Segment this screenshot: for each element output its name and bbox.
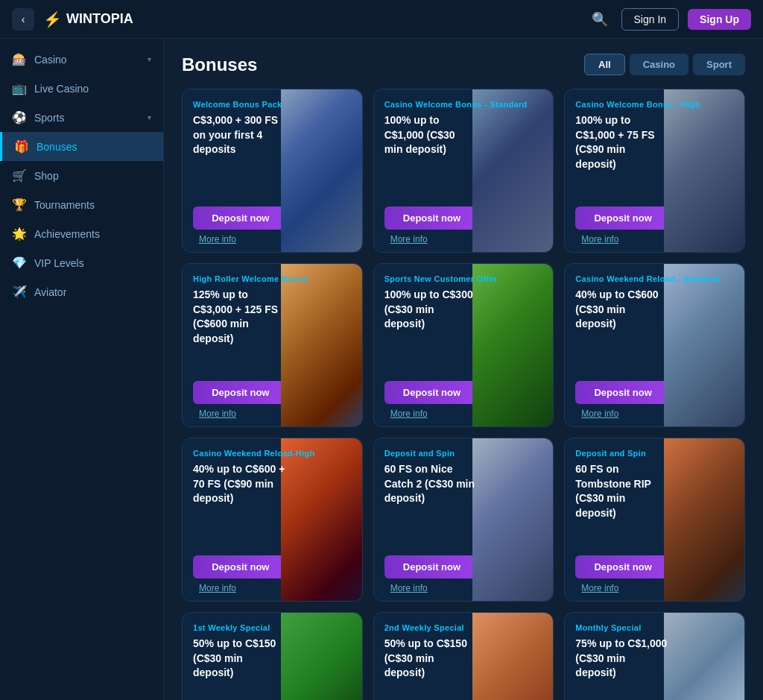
more-info-link[interactable]: More info [390, 234, 428, 245]
sidebar-sports-arrow-icon: ▾ [148, 113, 151, 122]
filter-tab-all[interactable]: All [584, 54, 625, 75]
bonus-card-inner: Casino Welcome Bonus - Standard 100% up … [374, 89, 554, 201]
sidebar-bonuses-label: Bonuses [37, 141, 151, 153]
logo-icon: ⚡ [43, 10, 62, 28]
sidebar-item-live-casino[interactable]: 📺 Live Casino [0, 74, 163, 103]
bonus-card-desc: 100% up to C$300 (C$30 min deposit) [384, 288, 476, 339]
main-content: Bonuses AllCasinoSport Welcome Bonus Pac… [164, 39, 763, 700]
sidebar: 🎰 Casino ▾ 📺 Live Casino ⚽ Sports ▾ 🎁 Bo… [0, 39, 164, 700]
bonus-card-desc: 60 FS on Tombstone RIP (C$30 min deposit… [575, 462, 667, 528]
sidebar-casino-arrow-icon: ▾ [148, 55, 151, 63]
bonus-card-inner: Casino Welcome Bonus - High 100% up to C… [565, 89, 744, 201]
bonus-card-name: High Roller Welcome Bonus [193, 274, 352, 283]
bonus-card: Casino Welcome Bonus - High 100% up to C… [564, 89, 745, 253]
sidebar-sports-label: Sports [34, 112, 140, 124]
sidebar-shop-icon: 🛒 [12, 168, 27, 183]
deposit-button[interactable]: Deposit now [193, 381, 288, 404]
bonus-card-inner: High Roller Welcome Bonus 125% up to C$3… [183, 264, 362, 375]
bonus-card-name: Sports New Customer Offer [384, 274, 543, 283]
deposit-button[interactable]: Deposit now [575, 555, 671, 578]
header: ‹ ⚡ WINTOPIA 🔍 Sign In Sign Up [0, 0, 763, 39]
main-layout: 🎰 Casino ▾ 📺 Live Casino ⚽ Sports ▾ 🎁 Bo… [0, 39, 763, 700]
page-title: Bonuses [182, 54, 257, 75]
sidebar-item-shop[interactable]: 🛒 Shop [0, 161, 163, 190]
sidebar-item-aviator[interactable]: ✈️ Aviator [0, 277, 163, 306]
bonus-card-inner: Casino Weekend Reload - Standard 40% up … [565, 264, 744, 375]
filter-tab-sport[interactable]: Sport [693, 54, 745, 75]
sidebar-aviator-label: Aviator [34, 286, 151, 298]
bonus-card-desc: 40% up to C$600 (C$30 min deposit) [575, 288, 667, 339]
more-info-link[interactable]: More info [581, 409, 618, 419]
deposit-button[interactable]: Deposit now [193, 555, 288, 578]
deposit-button[interactable]: Deposit now [193, 206, 288, 230]
bonus-card-desc: 50% up to C$150 (C$30 min deposit) [193, 637, 285, 688]
bonus-card-inner: Welcome Bonus Pack C$3,000 + 300 FS on y… [183, 89, 362, 201]
bonus-card-name: Deposit and Spin [575, 449, 734, 458]
bonus-card-inner: Deposit and Spin 60 FS on Nice Catch 2 (… [374, 438, 554, 549]
bonuses-grid: Welcome Bonus Pack C$3,000 + 300 FS on y… [182, 89, 745, 700]
more-info-link[interactable]: More info [390, 583, 428, 593]
sidebar-item-casino[interactable]: 🎰 Casino ▾ [0, 45, 163, 74]
sidebar-shop-label: Shop [34, 170, 151, 182]
sidebar-nav: 🎰 Casino ▾ 📺 Live Casino ⚽ Sports ▾ 🎁 Bo… [0, 45, 163, 700]
deposit-button[interactable]: Deposit now [575, 206, 671, 230]
bonus-card-inner: Monthly Special 75% up to C$1,000 (C$30 … [565, 613, 744, 700]
search-button[interactable]: 🔍 [587, 7, 612, 32]
sidebar-item-tournaments[interactable]: 🏆 Tournaments [0, 190, 163, 219]
page-header: Bonuses AllCasinoSport [182, 54, 745, 75]
more-info-link[interactable]: More info [199, 583, 236, 593]
bonus-card-desc: 50% up to C$150 (C$30 min deposit) [384, 637, 476, 688]
sidebar-achievements-label: Achievements [34, 228, 151, 240]
bonus-card-name: 2nd Weekly Special [384, 623, 543, 632]
bonus-card-name: Casino Welcome Bonus - Standard [384, 100, 543, 109]
bonus-card-desc: 75% up to C$1,000 (C$30 min deposit) [575, 637, 667, 688]
back-button[interactable]: ‹ [12, 8, 34, 31]
deposit-button[interactable]: Deposit now [384, 381, 480, 404]
bonus-card: 2nd Weekly Special 50% up to C$150 (C$30… [373, 612, 554, 700]
sidebar-tournaments-icon: 🏆 [12, 198, 27, 212]
deposit-button[interactable]: Deposit now [575, 381, 671, 404]
bonus-card: Welcome Bonus Pack C$3,000 + 300 FS on y… [182, 89, 363, 253]
bonus-card: Casino Weekend Reload - Standard 40% up … [564, 263, 745, 427]
bonus-card-name: Welcome Bonus Pack [193, 100, 352, 109]
more-info-link[interactable]: More info [199, 234, 236, 245]
filter-tab-casino[interactable]: Casino [630, 54, 688, 75]
deposit-button[interactable]: Deposit now [384, 206, 480, 230]
filter-tabs: AllCasinoSport [584, 54, 745, 75]
sidebar-item-bonuses[interactable]: 🎁 Bonuses [0, 132, 163, 161]
bonus-card-inner: 2nd Weekly Special 50% up to C$150 (C$30… [374, 613, 554, 700]
deposit-button[interactable]: Deposit now [384, 555, 480, 578]
sidebar-item-achievements[interactable]: 🌟 Achievements [0, 219, 163, 248]
sidebar-vip-levels-label: VIP Levels [34, 257, 151, 269]
sidebar-sports-icon: ⚽ [12, 110, 27, 124]
more-info-link[interactable]: More info [581, 234, 618, 245]
bonus-card-inner: Deposit and Spin 60 FS on Tombstone RIP … [565, 438, 744, 549]
more-info-link[interactable]: More info [581, 583, 618, 593]
sidebar-live-casino-label: Live Casino [34, 83, 151, 95]
signup-button[interactable]: Sign Up [688, 9, 751, 30]
bonus-card: Deposit and Spin 60 FS on Tombstone RIP … [564, 438, 745, 602]
bonus-card-desc: 60 FS on Nice Catch 2 (C$30 min deposit) [384, 462, 476, 514]
sidebar-vip-levels-icon: 💎 [12, 256, 27, 270]
bonus-card-desc: 100% up to C$1,000 (C$30 min deposit) [384, 113, 476, 165]
sidebar-aviator-icon: ✈️ [12, 285, 27, 299]
bonus-card-name: 1st Weekly Special [193, 623, 352, 632]
bonus-card-name: Casino Welcome Bonus - High [575, 100, 734, 109]
sidebar-tournaments-label: Tournaments [34, 199, 151, 211]
signin-button[interactable]: Sign In [621, 8, 680, 31]
sidebar-achievements-icon: 🌟 [12, 227, 27, 241]
bonus-card-name: Monthly Special [575, 623, 734, 632]
sidebar-live-casino-icon: 📺 [12, 81, 27, 95]
bonus-card: 1st Weekly Special 50% up to C$150 (C$30… [182, 612, 363, 700]
sidebar-item-sports[interactable]: ⚽ Sports ▾ [0, 103, 163, 132]
bonus-card: Casino Welcome Bonus - Standard 100% up … [373, 89, 554, 253]
bonus-card-desc: 100% up to C$1,000 + 75 FS (C$90 min dep… [575, 113, 667, 179]
more-info-link[interactable]: More info [390, 409, 428, 419]
logo: ⚡ WINTOPIA [43, 10, 133, 28]
bonus-card-desc: C$3,000 + 300 FS on your first 4 deposit… [193, 113, 285, 165]
sidebar-item-vip-levels[interactable]: 💎 VIP Levels [0, 248, 163, 277]
bonus-card: Deposit and Spin 60 FS on Nice Catch 2 (… [373, 438, 554, 602]
more-info-link[interactable]: More info [199, 409, 236, 419]
bonus-card: High Roller Welcome Bonus 125% up to C$3… [182, 263, 363, 427]
bonus-card-inner: Casino Weekend Reload-High 40% up to C$6… [183, 438, 362, 549]
